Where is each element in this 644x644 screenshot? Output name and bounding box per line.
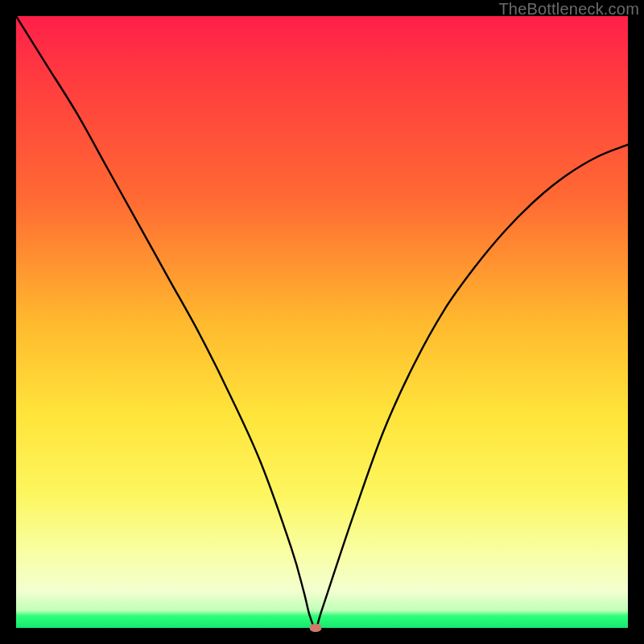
bottleneck-curve bbox=[16, 16, 628, 628]
plot-area bbox=[16, 16, 628, 628]
optimum-marker bbox=[310, 624, 322, 632]
chart-frame: TheBottleneck.com bbox=[0, 0, 644, 644]
